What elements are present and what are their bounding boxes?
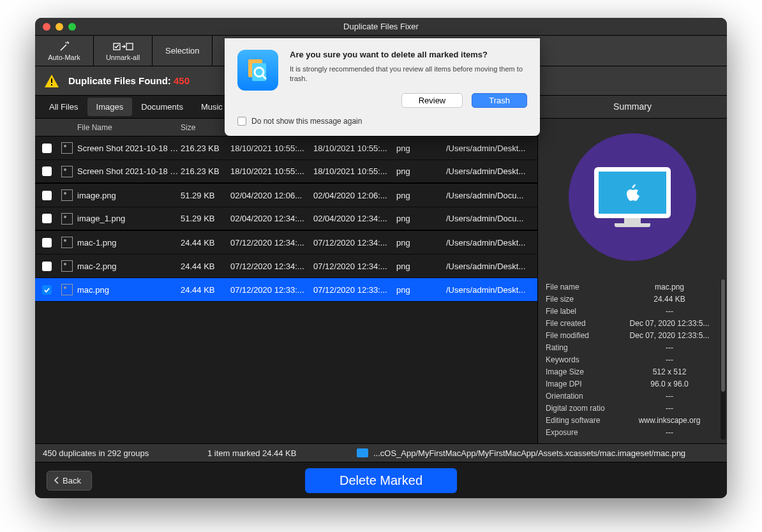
- row-checkbox[interactable]: [35, 144, 58, 153]
- cell-created: 07/12/2020 12:33:...: [230, 285, 313, 295]
- cell-name: image.png: [76, 191, 181, 200]
- back-button[interactable]: Back: [47, 471, 92, 491]
- svg-rect-3: [51, 84, 52, 85]
- cell-size: 216.23 KB: [181, 166, 230, 176]
- cell-location: /Users/admin/Deskt...: [446, 262, 537, 271]
- property-value: ---: [625, 307, 714, 316]
- property-key: File label: [546, 307, 625, 316]
- dialog-message: It is strongly recommended that you revi…: [290, 64, 527, 84]
- row-checkbox[interactable]: [35, 214, 58, 223]
- cell-location: /Users/admin/Deskt...: [446, 166, 537, 176]
- cell-modified: 18/10/2021 10:55:...: [313, 144, 396, 153]
- cell-modified: 18/10/2021 10:55:...: [313, 166, 396, 176]
- properties-list: File namemac.pngFile size24.44 KBFile la…: [538, 276, 727, 443]
- col-size[interactable]: Size: [181, 123, 230, 132]
- table-row[interactable]: mac-2.png24.44 KB07/12/2020 12:34:...07/…: [35, 255, 537, 278]
- row-checkbox[interactable]: [35, 191, 58, 200]
- thumbnail-icon: [58, 284, 76, 295]
- property-key: File modified: [546, 331, 625, 340]
- table-row[interactable]: mac-1.png24.44 KB07/12/2020 12:34:...07/…: [35, 231, 537, 255]
- cell-name: image_1.png: [76, 214, 181, 223]
- property-value: ---: [625, 428, 714, 437]
- warning-icon: [44, 74, 59, 88]
- property-value: ---: [625, 392, 714, 401]
- table-row[interactable]: Screen Shot 2021-10-18 a...216.23 KB18/1…: [35, 137, 537, 160]
- cell-location: /Users/admin/Deskt...: [446, 144, 537, 153]
- selection-menu[interactable]: Selection: [153, 36, 213, 66]
- thumbnail-icon: [58, 189, 76, 201]
- cell-location: /Users/admin/Docu...: [446, 214, 537, 223]
- unmark-all-button[interactable]: Unmark-all: [94, 36, 153, 66]
- cell-size: 24.44 KB: [181, 285, 230, 295]
- property-key: Digital zoom ratio: [546, 404, 625, 413]
- cell-name: Screen Shot 2021-10-18 a...: [76, 144, 181, 153]
- property-value: 512 x 512: [625, 367, 714, 376]
- property-row: File size24.44 KB: [546, 293, 724, 305]
- property-value: 24.44 KB: [625, 295, 714, 304]
- summary-title: Summary: [538, 96, 727, 119]
- cell-kind: png: [396, 285, 446, 295]
- tab-documents[interactable]: Documents: [132, 98, 192, 116]
- cell-name: mac-2.png: [76, 262, 181, 271]
- row-checkbox[interactable]: [35, 262, 58, 271]
- cell-kind: png: [396, 191, 446, 200]
- cell-location: /Users/admin/Deskt...: [446, 238, 537, 248]
- property-row: Keywords---: [546, 353, 724, 366]
- table-row[interactable]: mac.png24.44 KB07/12/2020 12:33:...07/12…: [35, 278, 537, 302]
- table-row[interactable]: image.png51.29 KB02/04/2020 12:06...02/0…: [35, 184, 537, 207]
- cell-created: 07/12/2020 12:34:...: [230, 238, 313, 248]
- donotshow-checkbox[interactable]: Do not show this message again: [237, 117, 527, 126]
- property-value: mac.png: [625, 283, 714, 292]
- cell-created: 18/10/2021 10:55:...: [230, 144, 313, 153]
- monitor-icon: [594, 167, 671, 227]
- col-name[interactable]: File Name: [76, 123, 181, 132]
- property-row: File createdDec 07, 2020 12:33:5...: [546, 317, 724, 329]
- property-key: Exposure: [546, 428, 625, 437]
- property-key: Image DPI: [546, 380, 625, 388]
- tab-all-files[interactable]: All Files: [40, 98, 87, 116]
- thumbnail-icon: [58, 142, 76, 154]
- preview-circle: [569, 133, 696, 261]
- cell-size: 51.29 KB: [181, 191, 230, 200]
- review-button[interactable]: Review: [401, 93, 463, 108]
- cell-kind: png: [396, 166, 446, 176]
- unmark-all-label: Unmark-all: [106, 54, 140, 61]
- property-value: Dec 07, 2020 12:33:5...: [625, 331, 714, 340]
- auto-mark-label: Auto-Mark: [48, 54, 80, 61]
- summary-panel: Summary File namemac.pngFile size24.44 K…: [537, 96, 727, 443]
- property-key: Image Size: [546, 367, 625, 376]
- property-row: Orientation---: [546, 390, 724, 402]
- cell-created: 18/10/2021 10:55:...: [230, 166, 313, 176]
- alert-label: Duplicate Files Found:: [68, 75, 174, 86]
- table-row[interactable]: image_1.png51.29 KB02/04/2020 12:34:...0…: [35, 207, 537, 231]
- table-row[interactable]: Screen Shot 2021-10-18 a...216.23 KB18/1…: [35, 160, 537, 184]
- trash-button[interactable]: Trash: [472, 93, 527, 108]
- property-row: Editing softwarewww.inkscape.org: [546, 414, 724, 426]
- cell-name: mac-1.png: [76, 238, 181, 248]
- window-title: Duplicate Files Fixer: [35, 22, 727, 31]
- cell-size: 51.29 KB: [181, 214, 230, 223]
- file-list-panel: All Files Images Documents Music File Na…: [35, 96, 537, 443]
- row-checkbox[interactable]: [35, 238, 58, 248]
- properties-scrollbar[interactable]: [721, 279, 726, 440]
- delete-marked-button[interactable]: Delete Marked: [305, 468, 457, 493]
- titlebar: Duplicate Files Fixer: [35, 18, 727, 36]
- cell-size: 24.44 KB: [181, 262, 230, 271]
- property-row: Image Size512 x 512: [546, 366, 724, 378]
- tab-images[interactable]: Images: [87, 98, 133, 116]
- property-value: www.inkscape.org: [625, 416, 714, 425]
- cell-modified: 07/12/2020 12:34:...: [313, 238, 396, 248]
- cell-name: Screen Shot 2021-10-18 a...: [76, 166, 181, 176]
- wand-icon: [59, 41, 70, 52]
- auto-mark-button[interactable]: Auto-Mark: [35, 36, 94, 66]
- cell-modified: 07/12/2020 12:33:...: [313, 285, 396, 295]
- cell-kind: png: [396, 214, 446, 223]
- row-checkbox[interactable]: [35, 285, 58, 295]
- thumbnail-icon: [58, 166, 76, 177]
- status-path-text: ...cOS_App/MyFirstMacApp/MyFirstMacApp/A…: [373, 448, 685, 458]
- cell-modified: 07/12/2020 12:34:...: [313, 262, 396, 271]
- row-checkbox[interactable]: [35, 166, 58, 176]
- unmark-icon: [113, 41, 133, 52]
- alert-text: Duplicate Files Found: 450: [68, 75, 190, 86]
- property-row: File modifiedDec 07, 2020 12:33:5...: [546, 329, 724, 341]
